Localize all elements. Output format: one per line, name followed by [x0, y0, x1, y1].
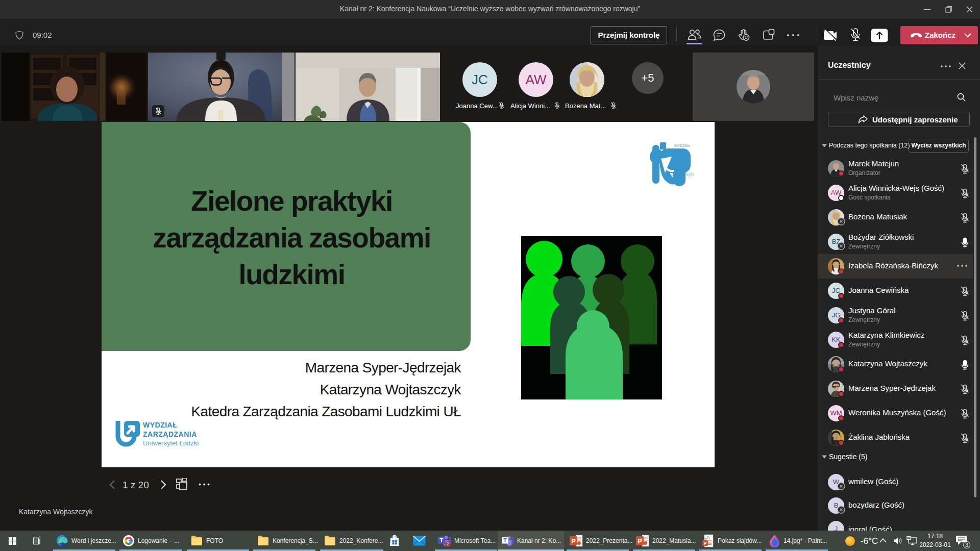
- svg-text:3: 3: [965, 542, 968, 548]
- svg-text:2: 2: [446, 541, 449, 546]
- svg-text:P: P: [571, 537, 576, 545]
- svg-text:P: P: [704, 541, 707, 546]
- svg-text:WYDZIAŁ: WYDZIAŁ: [674, 144, 691, 147]
- svg-text:P: P: [638, 537, 642, 545]
